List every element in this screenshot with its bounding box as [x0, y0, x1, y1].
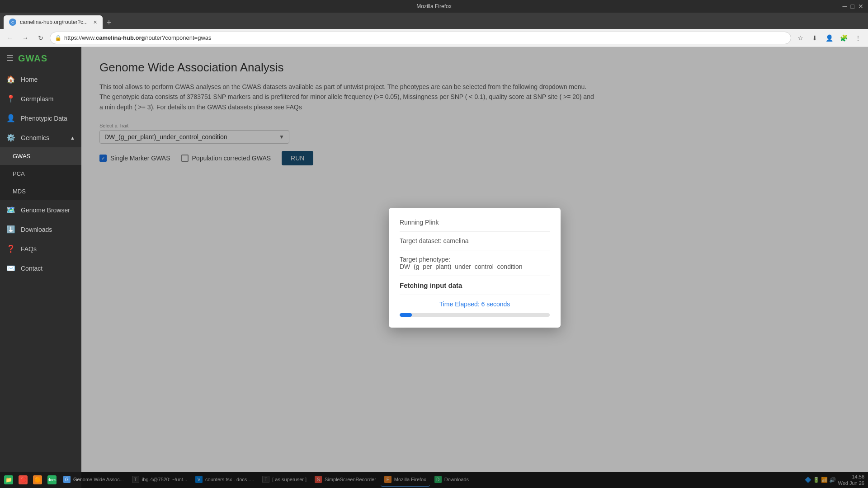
sidebar-item-gwas[interactable]: GWAS [0, 147, 81, 165]
taskbar-app2-button[interactable]: 🟠 [31, 473, 44, 487]
tab-favicon: C [9, 19, 16, 26]
sidebar-header: ☰ GWAS [0, 47, 81, 70]
sidebar-item-genome-browser[interactable]: 🗺️ Genome Browser [0, 200, 81, 220]
modal-overlay: Running Plink Target dataset: camelina T… [81, 47, 868, 488]
main-content: Genome Wide Association Analysis This to… [81, 47, 868, 488]
germplasm-icon: 📍 [6, 94, 15, 103]
bookmark-button[interactable]: ☆ [794, 32, 807, 44]
genome-browser-icon: 🗺️ [6, 206, 15, 214]
progress-bar-fill [400, 313, 412, 317]
genomics-submenu: GWAS PCA MDS [0, 147, 81, 200]
home-icon: 🏠 [6, 75, 15, 84]
browser-tab[interactable]: C camelina-hub.org/router?c... ✕ [4, 15, 103, 29]
address-bar[interactable]: 🔒 https://www.camelina-hub.org/router?co… [50, 32, 791, 44]
sidebar-item-germplasm[interactable]: 📍 Germplasm [0, 89, 81, 108]
sidebar-item-downloads[interactable]: ⬇️ Downloads [0, 220, 81, 239]
files-icon: 📁 [4, 475, 13, 484]
sidebar-nav: 🏠 Home 📍 Germplasm 👤 Phenotypic Data ⚙️ … [0, 70, 81, 488]
back-button[interactable]: ← [4, 32, 16, 44]
url-prefix: https://www. [64, 34, 96, 41]
taskbar-docs-button[interactable]: docs [45, 473, 59, 487]
menu-button[interactable]: ⋮ [852, 32, 864, 44]
taskbar-app1-button[interactable]: 🔴 [16, 473, 30, 487]
sidebar-item-label: Contact [21, 265, 42, 272]
browser-title: Mozilla Firefox [416, 3, 451, 9]
sidebar-logo: GWAS [18, 53, 47, 64]
app1-icon: 🔴 [19, 475, 28, 484]
sidebar-item-pca[interactable]: PCA [0, 165, 81, 183]
sidebar-item-phenotypic[interactable]: 👤 Phenotypic Data [0, 108, 81, 128]
modal-elapsed: Time Elapsed: 6 seconds [400, 300, 550, 308]
gwas-app-icon: G [63, 476, 71, 483]
genomics-icon: ⚙️ [6, 133, 15, 142]
modal-line-running: Running Plink [400, 219, 550, 232]
sidebar-item-home[interactable]: 🏠 Home [0, 70, 81, 89]
modal-line-phenotype: Target phenotype: DW_(g_per_plant)_under… [400, 256, 550, 276]
reload-button[interactable]: ↻ [34, 32, 47, 44]
close-button[interactable]: ✕ [858, 3, 863, 10]
modal-line-dataset: Target dataset: camelina [400, 237, 550, 250]
sidebar-item-label: Downloads [21, 226, 52, 233]
maximize-button[interactable]: □ [851, 3, 854, 10]
tab-close-button[interactable]: ✕ [93, 19, 97, 25]
hamburger-menu-button[interactable]: ☰ [6, 53, 14, 63]
sidebar-item-label: Genome Browser [21, 206, 70, 214]
sidebar-item-label: Home [21, 76, 38, 83]
extensions-button[interactable]: 🧩 [837, 32, 850, 44]
url-domain: camelina-hub.org [96, 34, 145, 41]
security-icon: 🔒 [55, 35, 61, 41]
app2-icon: 🟠 [33, 475, 42, 484]
sidebar-item-contact[interactable]: ✉️ Contact [0, 258, 81, 278]
tab-bar: C camelina-hub.org/router?c... ✕ + [0, 13, 868, 29]
pca-label: PCA [13, 170, 25, 177]
sidebar-item-mds[interactable]: MDS [0, 183, 81, 200]
sidebar-item-label: FAQs [21, 245, 37, 253]
downloads-icon: ⬇️ [6, 225, 15, 234]
sidebar-item-label: Genomics [21, 134, 49, 141]
modal-dialog: Running Plink Target dataset: camelina T… [389, 208, 561, 328]
gwas-label: GWAS [13, 153, 30, 160]
taskbar-files-button[interactable]: 📁 [2, 473, 15, 487]
title-bar: Mozilla Firefox ─ □ ✕ [0, 0, 868, 13]
sidebar-item-genomics[interactable]: ⚙️ Genomics ▲ [0, 128, 81, 147]
minimize-button[interactable]: ─ [843, 3, 847, 10]
chevron-up-icon: ▲ [70, 135, 75, 141]
nav-bar: ← → ↻ 🔒 https://www.camelina-hub.org/rou… [0, 29, 868, 47]
download-nav-button[interactable]: ⬇ [808, 32, 821, 44]
contact-icon: ✉️ [6, 264, 15, 272]
title-bar-controls: ─ □ ✕ [843, 3, 863, 10]
phenotypic-icon: 👤 [6, 114, 15, 122]
profile-button[interactable]: 👤 [823, 32, 835, 44]
url-path: /router?component=gwas [145, 34, 211, 41]
url-display: https://www.camelina-hub.org/router?comp… [64, 34, 212, 41]
sidebar-item-label: Germplasm [21, 95, 53, 103]
faqs-icon: ❓ [6, 244, 15, 253]
modal-status: Fetching input data [400, 282, 550, 295]
mds-label: MDS [13, 188, 26, 195]
sidebar-item-label: Phenotypic Data [21, 115, 67, 122]
progress-bar [400, 313, 550, 317]
new-tab-button[interactable]: + [103, 16, 115, 29]
forward-button[interactable]: → [19, 32, 32, 44]
page-content: ☰ GWAS 🏠 Home 📍 Germplasm 👤 Phenotypic D… [0, 47, 868, 488]
sidebar: ☰ GWAS 🏠 Home 📍 Germplasm 👤 Phenotypic D… [0, 47, 81, 488]
tab-label: camelina-hub.org/router?c... [20, 19, 88, 25]
browser-window: Mozilla Firefox ─ □ ✕ C camelina-hub.org… [0, 0, 868, 488]
nav-actions: ☆ ⬇ 👤 🧩 ⋮ [794, 32, 864, 44]
docs-icon: docs [47, 475, 57, 484]
sidebar-item-faqs[interactable]: ❓ FAQs [0, 239, 81, 258]
